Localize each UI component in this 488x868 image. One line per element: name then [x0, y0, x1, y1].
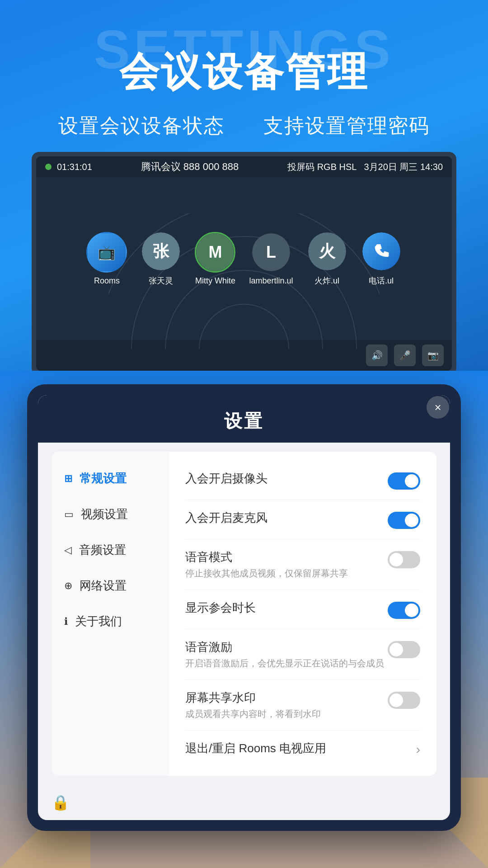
participant-name-huozha: 火炸.ul: [314, 275, 339, 286]
avatar-zhang: 张: [141, 231, 181, 272]
setting-row-exit[interactable]: 退出/重启 Rooms 电视应用 ›: [185, 731, 420, 767]
setting-info-camera: 入会开启摄像头: [185, 471, 388, 486]
participant-rooms: 📺 Rooms: [86, 232, 127, 286]
tv-content: 📺 Rooms 张 张天灵 M: [36, 177, 452, 340]
top-section: SETTINGS 会议设备管理 设置会议设备状态 支持设置管理密码 01:31:…: [0, 0, 488, 371]
toggle-duration[interactable]: [388, 602, 420, 619]
tv-screen: 01:31:01 腾讯会议 888 000 888 投屏码 RGB HSL 3月…: [36, 156, 452, 371]
setting-row-voicemode: 语音模式 停止接收其他成员视频，仅保留屏幕共享: [185, 539, 420, 590]
sidebar-label-audio: 音频设置: [79, 542, 126, 558]
settings-panel: ⊞ 常规设置 ▭ 视频设置 ◁ 音频设置 ⊕ 网络设置: [52, 452, 436, 776]
settings-content: 入会开启摄像头 入会开启麦克风 语音模式: [169, 452, 436, 776]
setting-desc-watermark: 成员观看共享内容时，将看到水印: [185, 708, 388, 720]
avatar-face-mitty: M: [196, 233, 234, 271]
sidebar-label-video: 视频设置: [81, 506, 128, 522]
main-title: 会议设备管理: [119, 45, 369, 99]
participant-phone: 电话.ul: [361, 231, 402, 286]
setting-desc-voiceactivation: 开启语音激励后，会优先显示正在说话的与会成员: [185, 657, 388, 670]
participants-row: 📺 Rooms 张 张天灵 M: [86, 231, 401, 286]
video-icon: ▭: [64, 509, 74, 520]
tv-mockup: 01:31:01 腾讯会议 888 000 888 投屏码 RGB HSL 3月…: [32, 152, 456, 371]
toggle-voiceactivation[interactable]: [388, 641, 420, 658]
setting-info-voiceactivation: 语音激励 开启语音激励后，会优先显示正在说话的与会成员: [185, 639, 388, 670]
participant-lamberlin: L lambertlin.ul: [249, 232, 293, 286]
tv-statusbar: 01:31:01 腾讯会议 888 000 888 投屏码 RGB HSL 3月…: [36, 156, 452, 177]
toggle-camera[interactable]: [388, 472, 420, 490]
avatar-face-zhang: 张: [142, 232, 180, 270]
setting-row-voiceactivation: 语音激励 开启语音激励后，会优先显示正在说话的与会成员: [185, 629, 420, 680]
settings-bottom: 🔒: [38, 785, 450, 820]
setting-label-exit: 退出/重启 Rooms 电视应用: [185, 741, 416, 756]
avatar-huozha: 火: [307, 231, 347, 272]
phone-icon: [362, 232, 400, 270]
avatar-phone: [361, 231, 402, 272]
tablet-screen: 设置 ⊞ 常规设置 ▭ 视频设置 ◁ 音频设置: [38, 395, 450, 820]
setting-info-watermark: 屏幕共享水印 成员观看共享内容时，将看到水印: [185, 690, 388, 720]
setting-label-voicemode: 语音模式: [185, 549, 388, 565]
tv-statusbar-right: 投屏码 RGB HSL 3月20日 周三 14:30: [287, 161, 443, 173]
avatar-rooms: 📺: [86, 232, 127, 273]
about-icon: ℹ: [64, 616, 68, 627]
participant-zhang: 张 张天灵: [141, 231, 181, 286]
sidebar-label-network: 网络设置: [80, 578, 127, 594]
tv-statusbar-left: 01:31:01: [45, 162, 92, 172]
setting-row-mic: 入会开启麦克风: [185, 500, 420, 539]
setting-label-camera: 入会开启摄像头: [185, 471, 388, 486]
network-icon: ⊕: [64, 580, 72, 592]
sidebar-item-video[interactable]: ▭ 视频设置: [52, 496, 169, 532]
setting-row-camera: 入会开启摄像头: [185, 461, 420, 500]
tablet-mockup: 设置 ⊞ 常规设置 ▭ 视频设置 ◁ 音频设置: [27, 384, 461, 831]
setting-info-duration: 显示参会时长: [185, 600, 388, 616]
tablet-title: 设置: [224, 411, 264, 431]
avatar-mitty: M: [195, 232, 235, 273]
participant-name-phone: 电话.ul: [369, 275, 394, 286]
setting-label-duration: 显示参会时长: [185, 600, 388, 616]
status-dot: [45, 164, 52, 170]
close-button[interactable]: ×: [427, 396, 449, 419]
rooms-icon: 📺: [98, 244, 116, 261]
toggle-watermark[interactable]: [388, 692, 420, 709]
setting-info-mic: 入会开启麦克风: [185, 510, 388, 526]
bottom-section: 设置 ⊞ 常规设置 ▭ 视频设置 ◁ 音频设置: [0, 371, 488, 868]
tv-projection: 投屏码 RGB HSL: [287, 161, 357, 173]
subtitle: 设置会议设备状态 支持设置管理密码: [58, 113, 429, 139]
sidebar-label-about: 关于我们: [75, 613, 122, 629]
sidebar-item-about[interactable]: ℹ 关于我们: [52, 604, 169, 639]
camera-btn[interactable]: 📷: [422, 344, 444, 366]
avatar-lamberlin: L: [251, 232, 291, 273]
close-icon: ×: [434, 401, 441, 415]
setting-label-mic: 入会开启麦克风: [185, 510, 388, 526]
tv-datetime: 3月20日 周三 14:30: [364, 161, 443, 173]
participant-huozha: 火 火炸.ul: [307, 231, 347, 286]
participant-mitty: M Mitty White: [195, 232, 235, 286]
sidebar-label-general: 常规设置: [80, 471, 127, 486]
lock-icon: 🔒: [52, 794, 70, 811]
tablet-header: 设置: [38, 395, 450, 443]
setting-desc-voicemode: 停止接收其他成员视频，仅保留屏幕共享: [185, 567, 388, 580]
participant-name-lamberlin: lambertlin.ul: [249, 276, 293, 286]
setting-label-voiceactivation: 语音激励: [185, 639, 388, 655]
toggle-voicemode[interactable]: [388, 551, 420, 568]
setting-label-watermark: 屏幕共享水印: [185, 690, 388, 706]
setting-info-exit: 退出/重启 Rooms 电视应用: [185, 741, 416, 756]
general-icon: ⊞: [64, 473, 72, 485]
participant-name-zhang: 张天灵: [149, 275, 173, 286]
participant-name-rooms: Rooms: [94, 276, 120, 286]
avatar-face-lamberlin: L: [252, 233, 290, 271]
toggle-mic[interactable]: [388, 512, 420, 529]
sidebar-item-audio[interactable]: ◁ 音频设置: [52, 532, 169, 568]
setting-info-voicemode: 语音模式 停止接收其他成员视频，仅保留屏幕共享: [185, 549, 388, 580]
participant-name-mitty: Mitty White: [195, 276, 235, 286]
settings-sidebar: ⊞ 常规设置 ▭ 视频设置 ◁ 音频设置 ⊕ 网络设置: [52, 452, 169, 776]
sidebar-item-network[interactable]: ⊕ 网络设置: [52, 568, 169, 604]
avatar-face-huozha: 火: [308, 232, 346, 270]
mic-btn[interactable]: 🎤: [394, 344, 416, 366]
tv-meeting-name: 腾讯会议 888 000 888: [141, 160, 239, 174]
audio-icon: ◁: [64, 544, 72, 556]
tv-time: 01:31:01: [57, 162, 92, 172]
setting-row-watermark: 屏幕共享水印 成员观看共享内容时，将看到水印: [185, 680, 420, 731]
chevron-icon-exit: ›: [416, 742, 420, 757]
sidebar-item-general[interactable]: ⊞ 常规设置: [52, 461, 169, 496]
setting-row-duration: 显示参会时长: [185, 590, 420, 629]
